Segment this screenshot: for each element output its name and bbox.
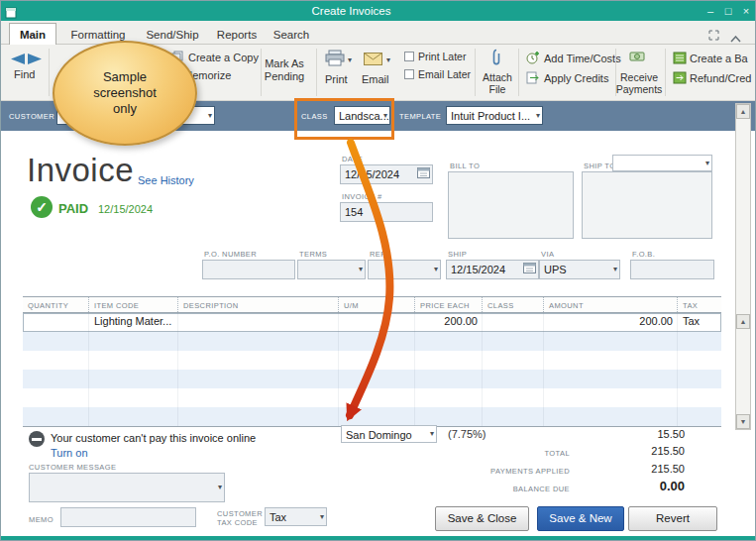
table-row[interactable]: Lighting Mater... 200.00 200.00 Tax bbox=[23, 313, 721, 332]
ship-to-label: SHIP TO bbox=[584, 162, 615, 170]
save-new-button[interactable]: Save & New bbox=[537, 506, 624, 531]
apply-credits-icon bbox=[526, 70, 540, 88]
bill-to-box[interactable] bbox=[448, 171, 574, 239]
template-combobox[interactable]: Intuit Product I...▾ bbox=[446, 106, 543, 125]
paid-badge: PAID bbox=[58, 201, 88, 216]
tax-rate: (7.75%) bbox=[448, 428, 486, 440]
payments-applied-value: 215.50 bbox=[605, 463, 685, 475]
vertical-scrollbar[interactable]: ▲ ▲ ▼ bbox=[735, 103, 751, 430]
scroll-up-icon[interactable]: ▲ bbox=[736, 314, 750, 329]
see-history-link[interactable]: See History bbox=[138, 174, 194, 186]
email-later-checkbox[interactable] bbox=[404, 69, 414, 79]
tab-search[interactable]: Search bbox=[265, 25, 318, 45]
customer-message-combobox[interactable]: ▾ bbox=[29, 473, 225, 502]
class-label: CLASS bbox=[301, 112, 328, 121]
add-time-costs-button[interactable]: Add Time/Costs bbox=[544, 53, 621, 64]
table-header-row: QUANTITY ITEM CODE DESCRIPTION U/M PRICE… bbox=[23, 296, 721, 313]
header-description: DESCRIPTION bbox=[177, 297, 338, 312]
refund-credit-button[interactable]: Refund/Cred bbox=[690, 72, 751, 84]
find-forward-button[interactable] bbox=[28, 51, 42, 68]
header-quantity: QUANTITY bbox=[23, 297, 88, 312]
close-button[interactable]: × bbox=[737, 5, 755, 17]
date-field[interactable]: 12/15/2024 bbox=[340, 164, 433, 184]
ship-to-box[interactable] bbox=[582, 171, 712, 239]
chevron-down-icon: ▾ bbox=[218, 474, 222, 501]
print-later-checkbox[interactable] bbox=[404, 52, 414, 61]
rep-combobox[interactable]: ▾ bbox=[368, 260, 441, 279]
class-combobox[interactable]: Landsca...▾ bbox=[334, 106, 390, 125]
print-later-label: Print Later bbox=[418, 51, 466, 62]
no-online-payment-icon bbox=[29, 431, 45, 447]
header-class: CLASS bbox=[482, 297, 543, 312]
tab-send-ship[interactable]: Send/Ship bbox=[140, 25, 205, 45]
paid-date: 12/15/2024 bbox=[98, 203, 153, 215]
create-a-batch-button[interactable]: Create a Ba bbox=[690, 53, 748, 64]
invoice-number-field[interactable]: 154 bbox=[340, 202, 433, 222]
terms-label: TERMS bbox=[299, 250, 327, 259]
memo-field[interactable] bbox=[60, 507, 196, 527]
save-close-button[interactable]: Save & Close bbox=[435, 506, 529, 531]
via-label: VIA bbox=[541, 250, 554, 259]
minimize-button[interactable]: – bbox=[702, 5, 719, 17]
table-row[interactable] bbox=[23, 388, 721, 407]
table-row[interactable] bbox=[23, 351, 721, 370]
scroll-down-icon[interactable]: ▼ bbox=[736, 414, 750, 429]
sample-callout-balloon: Sample screenshot only bbox=[53, 41, 197, 146]
template-label: TEMPLATE bbox=[399, 112, 441, 121]
attach-file-button[interactable]: Attach bbox=[479, 71, 516, 83]
find-back-button[interactable] bbox=[11, 51, 25, 68]
table-row[interactable] bbox=[23, 407, 721, 426]
window-bottom-edge bbox=[1, 536, 755, 540]
chevron-down-icon: ▾ bbox=[430, 425, 434, 443]
customer-message-label: CUSTOMER MESSAGE bbox=[29, 463, 116, 472]
mark-as-pending-button[interactable]: Mark As bbox=[257, 57, 312, 69]
print-button[interactable]: Print bbox=[325, 73, 348, 85]
email-dropdown-icon[interactable]: ▾ bbox=[386, 55, 390, 64]
email-later-label: Email Later bbox=[418, 68, 471, 80]
email-button[interactable]: Email bbox=[362, 73, 389, 85]
tab-reports[interactable]: Reports bbox=[209, 25, 265, 45]
header-item-code: ITEM CODE bbox=[88, 297, 177, 312]
line-items-table: QUANTITY ITEM CODE DESCRIPTION U/M PRICE… bbox=[23, 296, 721, 427]
fob-field[interactable] bbox=[630, 260, 714, 279]
chevron-down-icon: ▾ bbox=[705, 155, 709, 171]
calendar-icon[interactable] bbox=[417, 165, 430, 183]
chevron-down-icon: ▾ bbox=[536, 107, 540, 125]
terms-combobox[interactable]: ▾ bbox=[297, 260, 366, 279]
table-row[interactable] bbox=[23, 332, 721, 351]
po-number-field[interactable] bbox=[202, 260, 295, 279]
revert-button[interactable]: Revert bbox=[628, 506, 717, 531]
customer-tax-code-label: CUSTOMER bbox=[217, 509, 263, 518]
online-payment-notice: Your customer can't pay this invoice onl… bbox=[51, 432, 256, 444]
print-dropdown-icon[interactable]: ▾ bbox=[348, 55, 352, 64]
calendar-icon[interactable] bbox=[523, 261, 536, 278]
maximize-button[interactable]: □ bbox=[719, 5, 737, 17]
attach-file-button-2[interactable]: File bbox=[479, 83, 516, 95]
via-combobox[interactable]: UPS▾ bbox=[539, 260, 620, 279]
turn-on-link[interactable]: Turn on bbox=[51, 447, 88, 459]
balance-due-label: BALANCE DUE bbox=[451, 485, 570, 493]
email-icon bbox=[364, 52, 382, 69]
find-button[interactable]: Find bbox=[14, 68, 35, 80]
tax-item-combobox[interactable]: San Domingo▾ bbox=[341, 425, 437, 443]
table-row[interactable] bbox=[23, 370, 721, 388]
expand-window-icon[interactable] bbox=[708, 27, 719, 45]
tab-main[interactable]: Main bbox=[9, 23, 56, 46]
tax-amount: 15.50 bbox=[605, 428, 685, 440]
ship-date-field[interactable]: 12/15/2024 bbox=[446, 260, 539, 279]
refund-credit-icon bbox=[673, 70, 687, 88]
invoice-heading: Invoice bbox=[27, 152, 134, 189]
ship-to-combobox[interactable]: ▾ bbox=[612, 155, 712, 171]
customer-job-label: CUSTOMER bbox=[9, 112, 54, 121]
title-bar: Create Invoices – □ × bbox=[1, 1, 755, 21]
create-a-copy-button[interactable]: Create a Copy bbox=[188, 52, 259, 63]
fob-label: F.O.B. bbox=[632, 250, 655, 259]
customer-tax-code-combobox[interactable]: Tax▾ bbox=[265, 507, 327, 526]
ship-date-label: SHIP bbox=[448, 250, 467, 259]
receive-payments-button[interactable]: Receive bbox=[615, 71, 663, 83]
apply-credits-button[interactable]: Apply Credits bbox=[544, 72, 608, 84]
receive-payments-button-2[interactable]: Payments bbox=[615, 83, 663, 95]
mark-as-pending-button-2[interactable]: Pending bbox=[257, 70, 312, 82]
callout-text: only bbox=[113, 101, 137, 117]
scroll-up-icon[interactable]: ▲ bbox=[736, 104, 750, 119]
